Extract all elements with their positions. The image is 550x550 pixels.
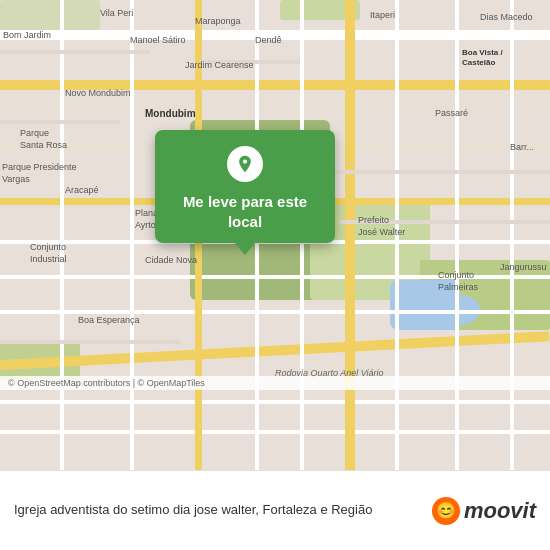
bottom-bar: Igreja adventista do setimo dia jose wal…	[0, 470, 550, 550]
road-v6	[455, 0, 459, 470]
road-h5	[0, 275, 550, 279]
attribution-text: © OpenStreetMap contributors | © OpenMap…	[8, 378, 205, 388]
minor-road6	[0, 340, 180, 344]
popup-card[interactable]: Me leve para este local	[155, 130, 335, 243]
moovit-badge: 😊 moovit	[432, 497, 536, 525]
road-h1	[0, 30, 550, 40]
road-v7	[510, 0, 514, 470]
road-h2	[0, 105, 550, 109]
road-h7	[0, 400, 550, 404]
popup-label: Me leve para este local	[169, 192, 321, 231]
map-container[interactable]: Vila Peri Maraponga Itaperi Bom Jardim M…	[0, 0, 550, 470]
minor-road4	[330, 170, 550, 174]
location-pin	[227, 146, 263, 182]
road-v2	[130, 0, 134, 470]
green-area	[0, 0, 100, 30]
minor-road5	[340, 220, 550, 224]
road-h8	[0, 430, 550, 434]
road-v1	[60, 0, 64, 470]
moovit-emoji: 😊	[432, 497, 460, 525]
map-attribution: © OpenStreetMap contributors | © OpenMap…	[0, 376, 550, 390]
emoji-face: 😊	[436, 501, 456, 520]
road-v5	[395, 0, 399, 470]
minor-road2	[200, 60, 300, 64]
moovit-logo-text: moovit	[464, 498, 536, 524]
minor-road3	[0, 120, 120, 124]
location-description: Igreja adventista do setimo dia jose wal…	[14, 501, 424, 519]
road-v-major2	[345, 0, 355, 470]
road-h6	[0, 310, 550, 314]
minor-road1	[0, 50, 150, 54]
road-h-yellow	[0, 80, 550, 90]
